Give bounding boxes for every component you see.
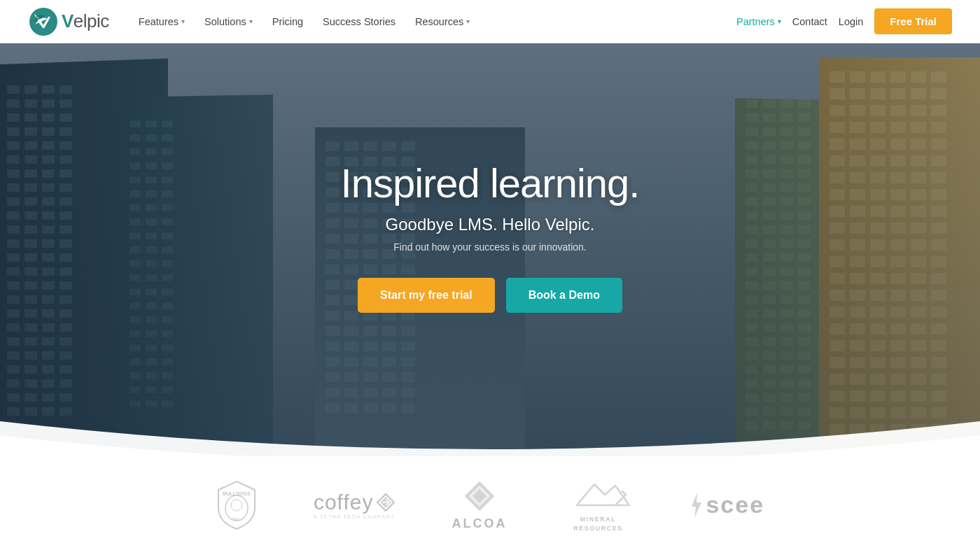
bulldogs-shield-icon: BULLDOGS NRL bbox=[216, 480, 258, 530]
svg-point-492 bbox=[231, 500, 242, 511]
hero-tagline: Find out how your success is our innovat… bbox=[393, 241, 586, 253]
book-demo-button[interactable]: Book a Demo bbox=[506, 278, 622, 313]
mineral-resources-logo: MINERALRESOURCES bbox=[563, 477, 633, 533]
nav-resources[interactable]: Resources ▾ bbox=[407, 10, 478, 33]
nav-right: Partners ▾ Contact Login Free Trial bbox=[736, 8, 952, 34]
nav-pricing[interactable]: Pricing bbox=[264, 10, 312, 33]
bulldogs-logo: BULLDOGS NRL bbox=[216, 480, 258, 530]
nav-menu: Features ▾ Solutions ▾ Pricing Success S… bbox=[130, 10, 736, 33]
hero-subtitle: Goodbye LMS. Hello Velpic. bbox=[386, 215, 595, 234]
hero-buttons: Start my free trial Book a Demo bbox=[358, 278, 622, 313]
solutions-chevron: ▾ bbox=[249, 17, 253, 25]
logos-section: BULLDOGS NRL coffey A TETRA TECH COMPANY… bbox=[0, 456, 980, 550]
scee-logo: scee bbox=[689, 491, 764, 519]
mineral-resources-icon bbox=[563, 477, 633, 512]
hero-title: Inspired learning. bbox=[341, 160, 640, 206]
resources-chevron: ▾ bbox=[466, 17, 470, 25]
scee-text: scee bbox=[706, 491, 764, 519]
svg-text:NRL: NRL bbox=[232, 517, 241, 521]
coffey-logo: coffey A TETRA TECH COMPANY bbox=[314, 491, 396, 519]
nav-contact[interactable]: Contact bbox=[792, 16, 827, 27]
hero-section: Inspired learning. Goodbye LMS. Hello Ve… bbox=[0, 43, 980, 456]
alcoa-text: ALCOA bbox=[451, 516, 507, 531]
logo-text: Velpic bbox=[62, 10, 109, 32]
start-free-trial-button[interactable]: Start my free trial bbox=[358, 278, 495, 313]
coffey-text: coffey bbox=[314, 491, 374, 514]
coffey-icon bbox=[376, 493, 396, 512]
navbar: Velpic Features ▾ Solutions ▾ Pricing Su… bbox=[0, 0, 980, 43]
velpic-logo-icon bbox=[28, 6, 59, 37]
scee-bolt-icon bbox=[689, 491, 703, 519]
nav-solutions[interactable]: Solutions ▾ bbox=[196, 10, 261, 33]
nav-success-stories[interactable]: Success Stories bbox=[314, 10, 404, 33]
svg-marker-500 bbox=[692, 493, 701, 518]
nav-login[interactable]: Login bbox=[839, 16, 863, 27]
nav-partners[interactable]: Partners ▾ bbox=[736, 16, 781, 27]
alcoa-diamond-icon bbox=[462, 479, 497, 514]
nav-free-trial-button[interactable]: Free Trial bbox=[874, 8, 952, 34]
nav-features[interactable]: Features ▾ bbox=[130, 10, 193, 33]
partners-chevron: ▾ bbox=[778, 17, 781, 25]
coffey-subtext: A TETRA TECH COMPANY bbox=[314, 514, 395, 519]
logo[interactable]: Velpic bbox=[28, 6, 109, 37]
svg-marker-499 bbox=[577, 484, 629, 505]
mineral-resources-text: MINERALRESOURCES bbox=[573, 515, 623, 533]
alcoa-logo: ALCOA bbox=[451, 479, 507, 531]
hero-content: Inspired learning. Goodbye LMS. Hello Ve… bbox=[0, 43, 980, 456]
features-chevron: ▾ bbox=[181, 17, 185, 25]
